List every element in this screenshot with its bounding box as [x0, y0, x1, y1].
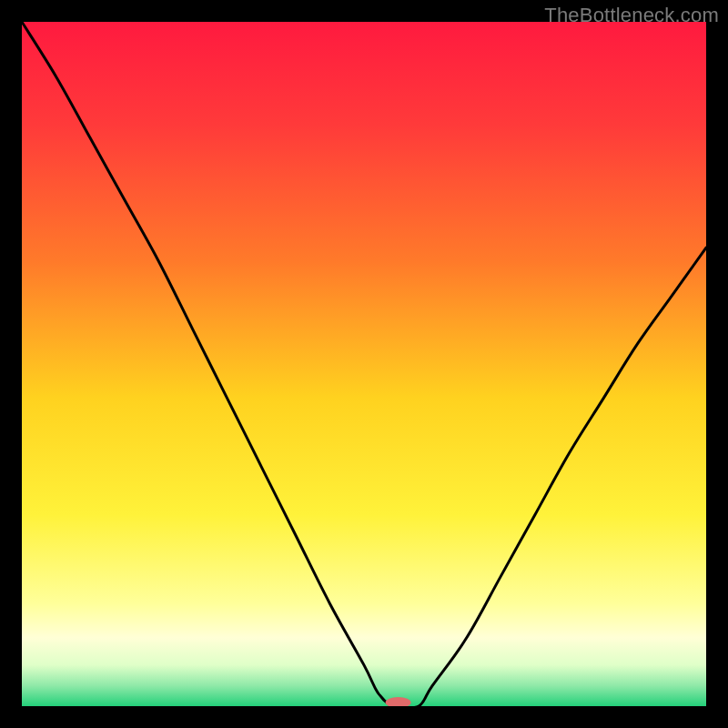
bottleneck-curve-chart — [22, 22, 706, 706]
gradient-background — [22, 22, 706, 706]
watermark-text: TheBottleneck.com — [544, 4, 719, 27]
chart-frame — [22, 22, 706, 706]
